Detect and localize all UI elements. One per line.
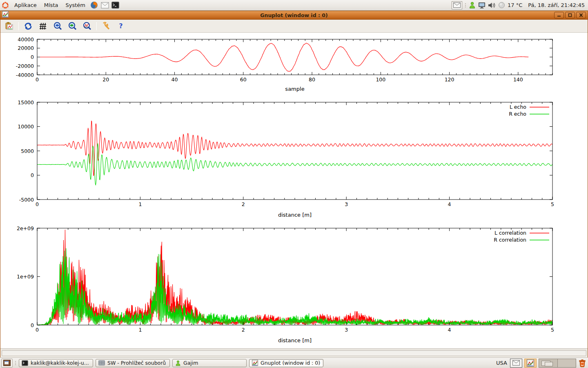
workspace-1[interactable] [539, 359, 557, 367]
task-button-gajim[interactable]: Gajim [172, 359, 247, 367]
svg-text:60: 60 [240, 76, 247, 83]
menu-places[interactable]: Místa [40, 0, 62, 10]
gajim-icon [175, 360, 181, 366]
svg-text:distance [m]: distance [m] [278, 337, 312, 343]
terminal-icon [22, 360, 28, 366]
terminal-launcher[interactable] [110, 0, 121, 10]
svg-text:R echo: R echo [509, 111, 526, 117]
svg-text:0: 0 [36, 327, 39, 333]
svg-text:0: 0 [31, 322, 34, 328]
tasklist-handle[interactable] [15, 361, 16, 365]
help-button[interactable]: ? [116, 21, 126, 31]
minimize-icon [557, 13, 561, 17]
replot-button[interactable] [23, 21, 33, 31]
svg-text:4: 4 [448, 201, 451, 207]
svg-text:1: 1 [138, 327, 142, 333]
task-button-file-manager[interactable]: SW - Prohlížeč souborů [96, 359, 170, 367]
zoom-next-icon [68, 22, 77, 31]
svg-text:2e+09: 2e+09 [17, 225, 34, 231]
svg-text:2: 2 [242, 201, 245, 207]
mail-launcher[interactable] [100, 0, 110, 10]
mail-icon [512, 360, 520, 366]
toolbar-separator [96, 22, 97, 30]
workspace-window-outline [545, 362, 553, 366]
gnuplot-tray-button[interactable] [524, 359, 537, 368]
mail-notification-button[interactable] [452, 1, 462, 9]
mail-tray-button[interactable] [510, 359, 522, 368]
svg-text:-20000: -20000 [16, 63, 34, 69]
plot-canvas: 020406080100120140-40000-200000200004000… [0, 33, 588, 348]
copy-to-clipboard-button[interactable] [4, 21, 14, 31]
window-title: Gnuplot (window id : 0) [0, 12, 588, 18]
display-icon[interactable] [478, 2, 486, 9]
show-desktop-button[interactable] [1, 359, 13, 368]
svg-text:0: 0 [36, 76, 39, 83]
terminal-icon [111, 2, 119, 9]
task-label: Gnuplot (window id : 0) [261, 360, 320, 366]
help-icon: ? [119, 22, 122, 30]
clock-applet[interactable]: Pá, 18. září, 21:42:45 [525, 2, 585, 8]
toolbar-separator [18, 22, 19, 30]
zoom-next-button[interactable] [67, 21, 78, 31]
svg-text:20000: 20000 [18, 45, 34, 51]
copy-icon [4, 22, 13, 31]
svg-text:L echo: L echo [510, 104, 526, 110]
keyboard-layout-indicator[interactable]: USA [496, 360, 508, 366]
chart-echo[interactable]: 012345-5000050001000015000distance [m]L … [0, 98, 588, 225]
workspace-2[interactable] [557, 359, 576, 367]
show-desktop-icon [3, 360, 11, 366]
firefox-icon [90, 1, 98, 9]
svg-text:140: 140 [513, 76, 523, 83]
firefox-launcher[interactable] [89, 0, 100, 10]
gnuplot-icon [252, 360, 258, 366]
window-titlebar[interactable]: Gnuplot (window id : 0) [0, 11, 588, 20]
chart-sample-waveform[interactable]: 020406080100120140-40000-200000200004000… [0, 33, 588, 98]
zoom-previous-button[interactable] [52, 21, 63, 31]
close-button[interactable] [576, 12, 586, 18]
weather-icon[interactable] [498, 2, 505, 9]
menu-applications[interactable]: Aplikace [11, 0, 40, 10]
mail-icon [453, 2, 461, 8]
taskbar-right: USA [496, 359, 588, 368]
temperature-label[interactable]: 17 °C [508, 2, 522, 8]
gajim-status-icon[interactable] [469, 2, 476, 9]
system-tray: 17 °C Pá, 18. září, 21:42:45 [452, 1, 588, 9]
menu-system[interactable]: Systém [62, 0, 89, 10]
svg-text:0: 0 [36, 201, 39, 207]
task-button-terminal[interactable]: kaklik@kaklik-kolej-u... [19, 359, 93, 367]
svg-text:distance [m]: distance [m] [278, 212, 312, 218]
gnome-top-panel: Aplikace Místa Systém [0, 0, 588, 11]
svg-text:2: 2 [242, 327, 245, 333]
autoscale-button[interactable] [82, 21, 92, 31]
toggle-grid-button[interactable] [38, 21, 48, 31]
svg-text:100: 100 [376, 76, 385, 83]
svg-text:15000: 15000 [18, 99, 34, 105]
gnome-bottom-panel: kaklik@kaklik-kolej-u... SW - Prohlížeč … [0, 357, 588, 368]
chart-correlation[interactable]: 01234501e+092e+09distance [m]L correlati… [0, 225, 588, 348]
menu-applications-label: Aplikace [14, 2, 37, 8]
svg-text:3: 3 [345, 327, 348, 333]
svg-text:R correlation: R correlation [494, 237, 526, 243]
configure-button[interactable] [101, 21, 111, 31]
gnuplot-icon [527, 359, 534, 367]
trash-icon[interactable] [578, 359, 586, 367]
svg-text:3: 3 [345, 201, 348, 207]
refresh-icon [24, 22, 33, 31]
svg-text:4: 4 [448, 327, 451, 333]
svg-text:5: 5 [551, 327, 554, 333]
window-statusbar [0, 348, 588, 357]
svg-text:80: 80 [309, 76, 315, 83]
statusbar-field [2, 350, 586, 356]
volume-icon[interactable] [488, 2, 496, 9]
minimize-button[interactable] [554, 12, 564, 18]
workspace-switcher [539, 359, 576, 368]
svg-text:-40000: -40000 [16, 72, 34, 78]
task-label: SW - Prohlížeč souborů [107, 360, 166, 366]
ubuntu-menu-button[interactable] [0, 0, 11, 10]
maximize-button[interactable] [565, 12, 575, 18]
gnuplot-toolbar: ? [0, 20, 588, 33]
svg-text:0: 0 [31, 172, 34, 178]
gnuplot-window: Gnuplot (window id : 0) [0, 11, 588, 357]
task-button-gnuplot[interactable]: Gnuplot (window id : 0) [249, 359, 323, 367]
tray-handle[interactable] [465, 3, 466, 7]
